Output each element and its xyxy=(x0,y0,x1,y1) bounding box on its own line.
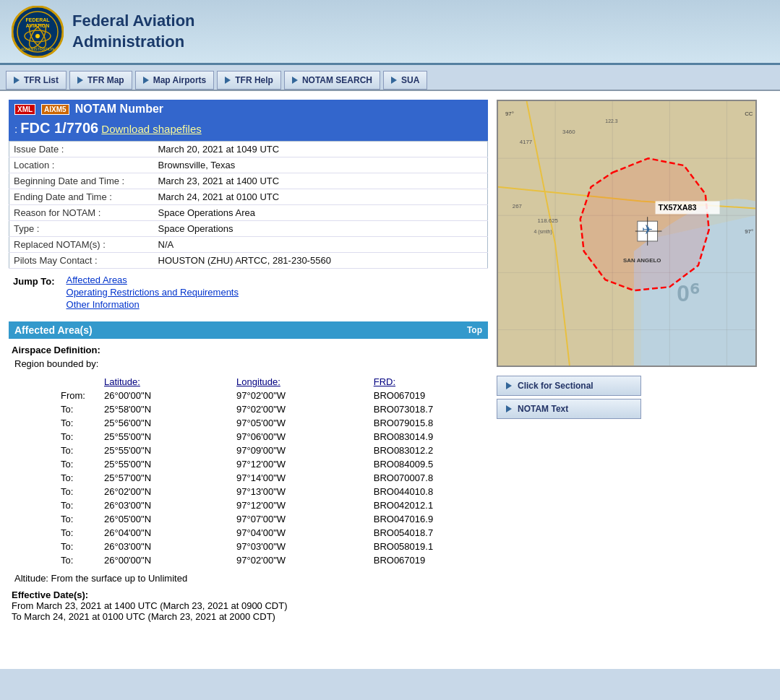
jump-to-label: Jump To: xyxy=(13,275,55,287)
jump-operating-restrictions[interactable]: Operating Restrictions and Requirements xyxy=(67,287,239,298)
coord-row-lat: 26°00'00"N xyxy=(98,389,231,402)
coord-row-lon: 97°02'00"W xyxy=(231,389,368,402)
svg-text:118.625: 118.625 xyxy=(537,217,558,224)
top-link[interactable]: Top xyxy=(467,325,482,335)
svg-text:0⁶: 0⁶ xyxy=(677,280,700,306)
jump-affected-areas[interactable]: Affected Areas xyxy=(67,275,239,285)
coord-row-lon: 97°12'00"W xyxy=(231,498,368,512)
table-row: To: 26°04'00"N 97°04'00"W BRO054018.7 xyxy=(55,526,528,540)
nav-notam-search[interactable]: NOTAM SEARCH xyxy=(284,71,380,90)
page-header: FEDERAL AVIATION ADMINISTRATION Federal … xyxy=(0,0,780,65)
svg-text:122.3: 122.3 xyxy=(605,118,617,124)
affected-content: Airspace Definition: Region bounded by: … xyxy=(9,339,488,628)
coord-row-label: To: xyxy=(55,416,98,430)
coord-col-longitude: Longitude: xyxy=(231,375,368,389)
left-panel: XML AIXM5 NOTAM Number : FDC 1/7706 Down… xyxy=(9,100,488,660)
map-svg: ✈ TX57XA83 97° CC 97° 4177 3460 122.3 26… xyxy=(498,101,755,366)
header-title-line2: Administration xyxy=(72,32,195,53)
badge-xml: XML xyxy=(14,104,35,115)
effective-date-1: From March 23, 2021 at 1400 UTC (March 2… xyxy=(12,600,485,611)
replaced-label: Replaced NOTAM(s) : xyxy=(9,237,154,253)
coord-row-label: To: xyxy=(55,540,98,553)
region-bounded: Region bounded by: xyxy=(14,358,485,369)
coord-row-lon: 97°13'00"W xyxy=(231,485,368,498)
coord-row-lon: 97°02'00"W xyxy=(231,553,368,567)
issue-date-value: March 20, 2021 at 1049 UTC xyxy=(154,142,488,157)
svg-text:TX57XA83: TX57XA83 xyxy=(659,203,697,212)
reason-row: Reason for NOTAM : Space Operations Area xyxy=(9,205,488,221)
download-shapefiles-link[interactable]: Download shapefiles xyxy=(101,123,201,135)
jump-to-links: Affected Areas Operating Restrictions an… xyxy=(67,275,239,310)
click-for-sectional-button[interactable]: Click for Sectional xyxy=(497,376,641,396)
nav-arrow-icon xyxy=(77,77,83,84)
replaced-value: N/A xyxy=(154,237,488,253)
coord-row-lon: 97°14'00"W xyxy=(231,471,368,485)
jump-other-info[interactable]: Other Information xyxy=(67,299,239,310)
table-row: To: 26°05'00"N 97°07'00"W BRO047016.9 xyxy=(55,512,528,526)
ending-row: Ending Date and Time : March 24, 2021 at… xyxy=(9,189,488,205)
table-row: To: 25°55'00"N 97°06'00"W BRO083014.9 xyxy=(55,430,528,444)
coord-row-lat: 26°02'00"N xyxy=(98,485,231,498)
badge-aixm: AIXM5 xyxy=(41,104,69,115)
coord-row-label: To: xyxy=(55,512,98,526)
svg-text:267: 267 xyxy=(513,203,522,209)
beginning-row: Beginning Date and Time : March 23, 2021… xyxy=(9,173,488,189)
sectional-arrow-icon xyxy=(506,382,512,389)
coord-row-lon: 97°06'00"W xyxy=(231,430,368,444)
action-buttons: Click for Sectional NOTAM Text xyxy=(497,376,771,419)
coord-col-empty xyxy=(55,375,98,389)
nav-map-airports[interactable]: Map Airports xyxy=(135,71,215,90)
nav-notam-search-label: NOTAM SEARCH xyxy=(302,75,372,85)
svg-text:3460: 3460 xyxy=(562,129,575,135)
ending-label: Ending Date and Time : xyxy=(9,189,154,205)
coord-row-label: To: xyxy=(55,498,98,512)
navigation-bar: TFR List TFR Map Map Airports TFR Help N… xyxy=(0,65,780,91)
table-row: To: 26°03'00"N 97°12'00"W BRO042012.1 xyxy=(55,498,528,512)
table-row: To: 26°03'00"N 97°03'00"W BRO058019.1 xyxy=(55,540,528,553)
table-row: To: 26°00'00"N 97°02'00"W BRO067019 xyxy=(55,553,528,567)
coord-row-label: From: xyxy=(55,389,98,402)
nav-tfr-list[interactable]: TFR List xyxy=(6,71,67,90)
notam-text-button[interactable]: NOTAM Text xyxy=(497,399,641,419)
coord-row-lat: 26°03'00"N xyxy=(98,540,231,553)
coord-row-label: To: xyxy=(55,444,98,457)
svg-point-7 xyxy=(35,34,40,38)
beginning-label: Beginning Date and Time : xyxy=(9,173,154,189)
altitude-note: Altitude: From the surface up to Unlimit… xyxy=(14,573,485,584)
coord-row-lat: 26°05'00"N xyxy=(98,512,231,526)
notam-text-btn-label: NOTAM Text xyxy=(518,404,568,414)
coord-row-lat: 25°55'00"N xyxy=(98,430,231,444)
nav-sua[interactable]: SUA xyxy=(383,71,427,90)
right-panel: ✈ TX57XA83 97° CC 97° 4177 3460 122.3 26… xyxy=(497,100,771,660)
coordinates-table: Latitude: Longitude: FRD: From: 26°00'00… xyxy=(55,375,528,567)
nav-tfr-map[interactable]: TFR Map xyxy=(69,71,132,90)
notam-colon: : xyxy=(14,123,17,135)
svg-text:FEDERAL: FEDERAL xyxy=(25,17,50,22)
sectional-btn-label: Click for Sectional xyxy=(518,381,593,391)
type-value: Space Operations xyxy=(154,221,488,237)
coord-row-lon: 97°07'00"W xyxy=(231,512,368,526)
main-content: XML AIXM5 NOTAM Number : FDC 1/7706 Down… xyxy=(0,91,780,669)
location-label: Location : xyxy=(9,157,154,173)
coord-row-label: To: xyxy=(55,471,98,485)
nav-arrow-icon xyxy=(391,77,397,84)
table-row: To: 26°02'00"N 97°13'00"W BRO044010.8 xyxy=(55,485,528,498)
nav-arrow-icon xyxy=(14,77,20,84)
reason-label: Reason for NOTAM : xyxy=(9,205,154,221)
coord-row-label: To: xyxy=(55,526,98,540)
coord-row-lon: 97°04'00"W xyxy=(231,526,368,540)
nav-tfr-list-label: TFR List xyxy=(24,75,59,85)
map-image: ✈ TX57XA83 97° CC 97° 4177 3460 122.3 26… xyxy=(497,100,757,367)
affected-area-header: Affected Area(s) Top xyxy=(9,321,488,339)
table-row: From: 26°00'00"N 97°02'00"W BRO067019 xyxy=(55,389,528,402)
coord-row-lat: 25°57'00"N xyxy=(98,471,231,485)
faa-logo: FEDERAL AVIATION ADMINISTRATION xyxy=(12,6,64,58)
header-title-block: Federal Aviation Administration xyxy=(72,11,195,52)
nav-tfr-help[interactable]: TFR Help xyxy=(217,71,281,90)
effective-dates: Effective Date(s): From March 23, 2021 a… xyxy=(12,589,485,622)
nav-tfr-map-label: TFR Map xyxy=(87,75,124,85)
coord-row-label: To: xyxy=(55,430,98,444)
pilots-label: Pilots May Contact : xyxy=(9,253,154,269)
notam-header: XML AIXM5 NOTAM Number xyxy=(9,100,488,118)
coord-row-lon: 97°05'00"W xyxy=(231,416,368,430)
